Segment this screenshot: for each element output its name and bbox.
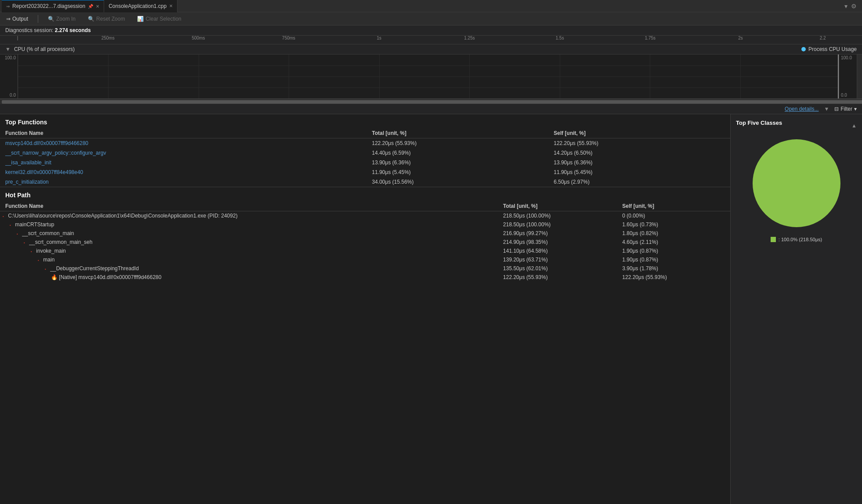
cpu-chart: 100.0 0.0 100.0 0.0 xyxy=(0,54,862,98)
clear-selection-label: Clear Selection xyxy=(145,16,181,22)
left-panel: Top Functions Function Name Total [unit,… xyxy=(0,114,730,504)
func-row-0-name[interactable]: msvcp140d.dll!0x00007fff9d466280 xyxy=(0,138,367,149)
tick-0: | xyxy=(17,36,18,40)
zoom-in-button[interactable]: 🔍 Zoom In xyxy=(45,15,78,23)
cpu-chart-container: ▼ CPU (% of all processors) Process CPU … xyxy=(0,44,862,99)
hot-row-5-total: 139.20μs (63.71%) xyxy=(498,255,617,264)
tree-icon-6: ⬩ xyxy=(44,266,47,271)
table-row[interactable]: pre_c_initialization 34.00μs (15.56%) 6.… xyxy=(0,177,730,187)
toolbar-sep-1 xyxy=(38,15,38,23)
tick-250ms: 250ms xyxy=(101,36,115,40)
grid-v-1-25 xyxy=(469,54,470,98)
table-row[interactable]: ⬩ mainCRTStartup 218.50μs (100.00%) 1.60… xyxy=(0,220,730,229)
hot-row-7-total: 122.20μs (55.93%) xyxy=(498,273,617,282)
tab-bar: ⇒ Report2023022...7.diagsession 📌 ✕ Cons… xyxy=(0,0,862,12)
tab-dropdown-icon[interactable]: ▾ xyxy=(844,3,848,10)
func-col-total: Total [unit, %] xyxy=(367,128,549,138)
tick-2-2: 2.2 xyxy=(820,36,826,40)
hot-row-6-total: 135.50μs (62.01%) xyxy=(498,264,617,273)
tab-diagsession[interactable]: ⇒ Report2023022...7.diagsession 📌 ✕ xyxy=(2,0,104,12)
func-col-name: Function Name xyxy=(0,128,367,138)
tick-2s: 2s xyxy=(738,36,743,40)
output-icon: ⇒ xyxy=(6,16,11,22)
hot-row-4-name: ⬩ invoke_main xyxy=(0,247,498,255)
tab-pin-icon: 📌 xyxy=(88,4,93,9)
hot-row-0-total: 218.50μs (100.00%) xyxy=(498,211,617,221)
hot-col-total: Total [unit, %] xyxy=(498,201,617,211)
tab-cpp-label: ConsoleApplication1.cpp xyxy=(109,3,167,9)
cpu-label: CPU (% of all processors) xyxy=(14,46,75,52)
tab-diagsession-close[interactable]: ✕ xyxy=(96,4,99,9)
grid-line-75 xyxy=(18,65,839,66)
func-row-4-total: 34.00μs (15.56%) xyxy=(367,177,549,187)
hot-row-2-self: 1.80μs (0.82%) xyxy=(617,229,730,238)
settings-icon[interactable]: ⚙ xyxy=(851,3,857,10)
cpu-legend-group: Process CPU Usage xyxy=(801,46,857,52)
filter-button[interactable]: ⊟ Filter ▾ xyxy=(834,106,857,112)
table-row[interactable]: ⬩ __scrt_common_main_seh 214.90μs (98.35… xyxy=(0,238,730,247)
table-row[interactable]: ⬩ __DebuggerCurrentSteppingThreadId 135.… xyxy=(0,264,730,273)
clear-selection-icon: 📊 xyxy=(137,16,144,22)
tab-cpp[interactable]: ConsoleApplication1.cpp ✕ xyxy=(104,0,177,12)
cpu-y-axis-left: 100.0 0.0 xyxy=(0,54,18,98)
right-panel-scroll-down[interactable]: ▼ xyxy=(736,502,857,504)
h-scrollbar-thumb[interactable] xyxy=(2,100,862,104)
cpu-y-min-left: 0.0 xyxy=(2,93,16,98)
func-row-0-total: 122.20μs (55.93%) xyxy=(367,138,549,149)
table-row[interactable]: msvcp140d.dll!0x00007fff9d466280 122.20μ… xyxy=(0,138,730,149)
h-scrollbar[interactable] xyxy=(0,99,862,104)
clear-selection-button[interactable]: 📊 Clear Selection xyxy=(134,15,184,23)
grid-v-500 xyxy=(199,54,199,98)
func-row-1-name[interactable]: __scrt_narrow_argv_policy::configure_arg… xyxy=(0,148,367,158)
tab-cpp-close[interactable]: ✕ xyxy=(169,4,173,8)
time-marker xyxy=(838,54,839,98)
table-row[interactable]: ⬩ main 139.20μs (63.71%) 1.90μs (0.87%) xyxy=(0,255,730,264)
main-content: Top Functions Function Name Total [unit,… xyxy=(0,114,862,504)
top-five-classes-title: Top Five Classes xyxy=(736,120,782,126)
func-row-3-name[interactable]: kernel32.dll!0x00007ff84e498e40 xyxy=(0,167,367,177)
zoom-in-label: Zoom In xyxy=(56,16,76,22)
zoom-in-icon: 🔍 xyxy=(48,16,54,22)
top-functions-table: Function Name Total [unit, %] Self [unit… xyxy=(0,128,730,187)
hot-row-6-self: 3.90μs (1.78%) xyxy=(617,264,730,273)
hot-col-name: Function Name xyxy=(0,201,498,211)
table-row[interactable]: ⬩ invoke_main 141.10μs (64.58%) 1.90μs (… xyxy=(0,247,730,255)
hot-row-3-self: 4.60μs (2.11%) xyxy=(617,238,730,247)
grid-line-25 xyxy=(18,87,839,88)
grid-v-1s xyxy=(379,54,380,98)
details-bar: Open details... ▼ ⊟ Filter ▾ xyxy=(0,104,862,114)
pie-container: : 100.0% (218.50μs) xyxy=(736,135,857,319)
func-row-2-name[interactable]: __isa_available_init xyxy=(0,158,367,167)
filter-dropdown-icon: ▾ xyxy=(854,106,857,112)
pie-legend: : 100.0% (218.50μs) xyxy=(771,237,822,242)
tree-icon-0: ⬩ xyxy=(2,213,5,218)
func-row-4-name[interactable]: pre_c_initialization xyxy=(0,177,367,187)
tree-icon-1: ⬩ xyxy=(9,222,12,227)
tree-icon-3: ⬩ xyxy=(23,239,26,245)
collapse-icon[interactable]: ▼ xyxy=(5,46,11,52)
cpu-right-scrollbar[interactable] xyxy=(857,54,862,98)
cpu-legend-label: Process CPU Usage xyxy=(808,46,857,52)
session-duration: 2.274 seconds xyxy=(55,27,91,33)
hot-row-0-self: 0 (0.00%) xyxy=(617,211,730,221)
hot-row-5-name: ⬩ main xyxy=(0,255,498,264)
hot-row-5-self: 1.90μs (0.87%) xyxy=(617,255,730,264)
reset-zoom-button[interactable]: 🔍 Reset Zoom xyxy=(85,15,127,23)
table-row[interactable]: __scrt_narrow_argv_policy::configure_arg… xyxy=(0,148,730,158)
hot-row-3-total: 214.90μs (98.35%) xyxy=(498,238,617,247)
hot-path-table: Function Name Total [unit, %] Self [unit… xyxy=(0,201,730,282)
table-row[interactable]: kernel32.dll!0x00007ff84e498e40 11.90μs … xyxy=(0,167,730,177)
table-row[interactable]: ⬩ C:\Users\liha\source\repos\ConsoleAppl… xyxy=(0,211,730,221)
right-panel-scroll-up[interactable]: ▲ xyxy=(851,123,857,129)
top-functions-title: Top Functions xyxy=(0,114,730,128)
cpu-graph[interactable] xyxy=(18,54,839,98)
hot-table-body: ⬩ C:\Users\liha\source\repos\ConsoleAppl… xyxy=(0,211,730,282)
hot-row-1-self: 1.60μs (0.73%) xyxy=(617,220,730,229)
hot-row-7-self: 122.20μs (55.93%) xyxy=(617,273,730,282)
output-button[interactable]: ⇒ Output xyxy=(4,15,31,23)
table-row[interactable]: ⬩ __scrt_common_main 216.90μs (99.27%) 1… xyxy=(0,229,730,238)
table-row[interactable]: 🔥 [Native] msvcp140d.dll!0x00007fff9d466… xyxy=(0,273,730,282)
hot-col-self: Self [unit, %] xyxy=(617,201,730,211)
open-details-link[interactable]: Open details... xyxy=(785,106,819,112)
table-row[interactable]: __isa_available_init 13.90μs (6.36%) 13.… xyxy=(0,158,730,167)
